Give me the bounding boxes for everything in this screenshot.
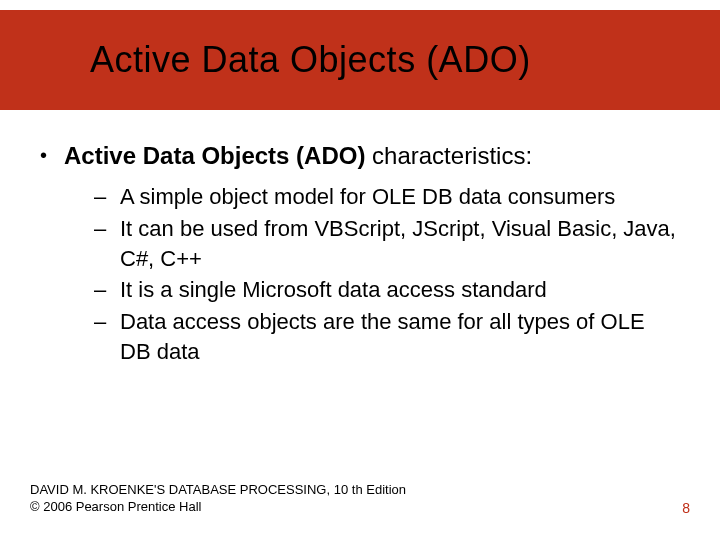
footer-attribution: DAVID M. KROENKE'S DATABASE PROCESSING, … bbox=[30, 481, 406, 516]
bullet-dot-icon: • bbox=[40, 140, 64, 169]
list-item: – Data access objects are the same for a… bbox=[94, 307, 680, 366]
dash-icon: – bbox=[94, 182, 120, 212]
title-bar: Active Data Objects (ADO) bbox=[0, 10, 720, 110]
list-item: – It can be used from VBScript, JScript,… bbox=[94, 214, 680, 273]
sub-bullet-list: – A simple object model for OLE DB data … bbox=[94, 182, 680, 366]
list-item-text: A simple object model for OLE DB data co… bbox=[120, 182, 615, 212]
bullet-text: Active Data Objects (ADO) characteristic… bbox=[64, 140, 532, 172]
lead-rest: characteristics: bbox=[365, 142, 532, 169]
page-number: 8 bbox=[682, 500, 690, 516]
list-item-text: It is a single Microsoft data access sta… bbox=[120, 275, 547, 305]
list-item-text: It can be used from VBScript, JScript, V… bbox=[120, 214, 680, 273]
slide-title: Active Data Objects (ADO) bbox=[90, 39, 531, 81]
slide-footer: DAVID M. KROENKE'S DATABASE PROCESSING, … bbox=[30, 481, 690, 516]
lead-bold: Active Data Objects (ADO) bbox=[64, 142, 365, 169]
footer-line-2: © 2006 Pearson Prentice Hall bbox=[30, 498, 406, 516]
dash-icon: – bbox=[94, 307, 120, 337]
dash-icon: – bbox=[94, 275, 120, 305]
slide: Active Data Objects (ADO) • Active Data … bbox=[0, 0, 720, 540]
slide-body: • Active Data Objects (ADO) characterist… bbox=[40, 140, 680, 369]
list-item: – It is a single Microsoft data access s… bbox=[94, 275, 680, 305]
dash-icon: – bbox=[94, 214, 120, 244]
bullet-level-1: • Active Data Objects (ADO) characterist… bbox=[40, 140, 680, 172]
list-item: – A simple object model for OLE DB data … bbox=[94, 182, 680, 212]
footer-line-1: DAVID M. KROENKE'S DATABASE PROCESSING, … bbox=[30, 481, 406, 499]
list-item-text: Data access objects are the same for all… bbox=[120, 307, 680, 366]
